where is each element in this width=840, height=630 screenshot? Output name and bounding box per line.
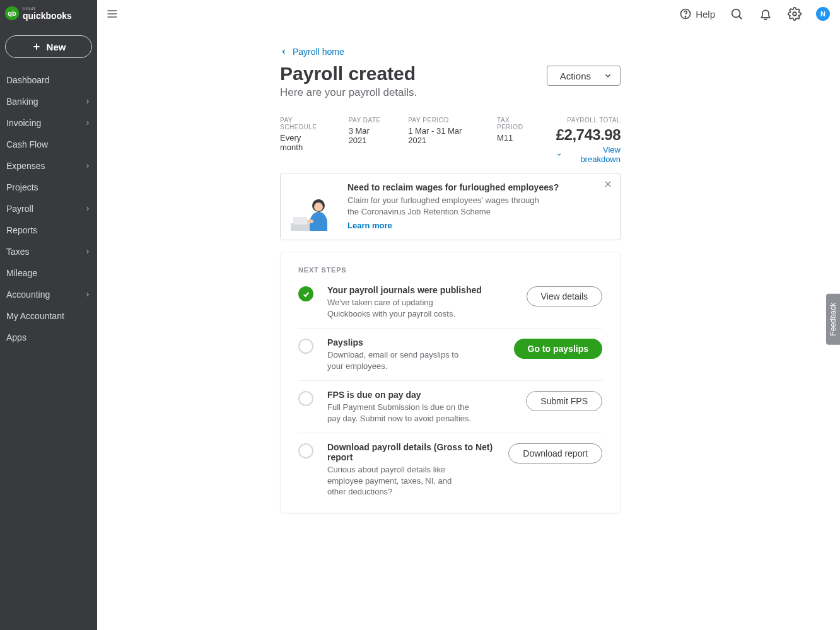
sidebar-item-cash-flow[interactable]: Cash Flow	[0, 134, 97, 155]
breadcrumb-label: Payroll home	[293, 47, 344, 57]
sidebar-item-accounting[interactable]: Accounting	[0, 284, 97, 305]
sidebar-item-dashboard[interactable]: Dashboard	[0, 69, 97, 91]
sidebar-item-label: Reports	[6, 225, 37, 235]
sidebar-item-label: Accounting	[6, 289, 50, 300]
topbar: Help N	[97, 0, 840, 28]
step-action-submit-fps[interactable]: Submit FPS	[526, 391, 602, 411]
person-laptop-illustration	[291, 195, 336, 231]
step-pending-icon	[298, 339, 313, 354]
pay-schedule-label: PAY SCHEDULE	[280, 117, 326, 131]
alert-learn-more-link[interactable]: Learn more	[347, 221, 392, 230]
sidebar-item-label: Mileage	[6, 268, 37, 278]
payroll-total-label: PAYROLL TOTAL	[567, 117, 621, 124]
feedback-tab[interactable]: Feedback	[826, 294, 840, 345]
svg-rect-11	[293, 217, 307, 225]
sidebar-item-label: My Accountant	[6, 311, 64, 321]
step-pending-icon	[298, 443, 313, 458]
next-steps-card: NEXT STEPS Your payroll journals were pu…	[280, 252, 621, 513]
step-row: Your payroll journals were publishedWe'v…	[298, 285, 602, 329]
sidebar-item-label: Invoicing	[6, 118, 41, 128]
sidebar-item-label: Apps	[6, 332, 26, 342]
help-icon	[679, 8, 692, 20]
new-button-label: New	[47, 42, 66, 52]
chevron-right-icon	[85, 163, 91, 169]
step-row: Download payroll details (Gross to Net) …	[298, 433, 602, 498]
sidebar-item-apps[interactable]: Apps	[0, 327, 97, 348]
quickbooks-mark-icon: qb	[5, 6, 19, 20]
sidebar-item-label: Expenses	[6, 161, 45, 171]
view-breakdown-link[interactable]: View breakdown	[556, 145, 621, 164]
step-action-download-report[interactable]: Download report	[508, 443, 602, 464]
step-action-go-to-payslips[interactable]: Go to payslips	[514, 339, 602, 359]
chevron-down-icon	[556, 151, 562, 158]
sidebar-item-label: Payroll	[6, 204, 33, 214]
alert-title: Need to reclaim wages for furloughed emp…	[347, 182, 559, 192]
check-icon	[302, 290, 310, 298]
settings-button[interactable]	[787, 6, 802, 21]
notifications-button[interactable]	[758, 6, 773, 21]
sidebar-nav: DashboardBankingInvoicingCash FlowExpens…	[0, 69, 97, 348]
step-title: FPS is due on pay day	[327, 390, 512, 400]
step-action-view-details[interactable]: View details	[527, 286, 602, 306]
step-pending-icon	[298, 391, 313, 406]
chevron-right-icon	[85, 98, 91, 105]
pay-period-label: PAY PERIOD	[408, 117, 474, 124]
step-row: PayslipsDownload, email or send payslips…	[298, 329, 602, 381]
step-body: Download payroll details (Gross to Net) …	[327, 442, 494, 498]
step-row: FPS is due on pay dayFull Payment Submis…	[298, 381, 602, 433]
hamburger-menu-button[interactable]	[103, 5, 121, 23]
new-button[interactable]: New	[5, 35, 92, 58]
hamburger-icon	[106, 8, 119, 20]
step-done-icon	[298, 286, 313, 301]
gear-icon	[788, 7, 802, 21]
help-label: Help	[696, 9, 715, 20]
sidebar-item-taxes[interactable]: Taxes	[0, 241, 97, 262]
svg-point-7	[732, 9, 740, 18]
sidebar-item-my-accountant[interactable]: My Accountant	[0, 305, 97, 327]
step-desc: Download, email or send payslips to your…	[327, 349, 472, 371]
sidebar-item-payroll[interactable]: Payroll	[0, 198, 97, 219]
step-body: PayslipsDownload, email or send payslips…	[327, 337, 500, 371]
breadcrumb-back[interactable]: Payroll home	[280, 47, 621, 57]
svg-line-8	[739, 16, 742, 20]
step-desc: Curious about payroll details like emplo…	[327, 464, 472, 498]
pay-date-value: 3 Mar 2021	[349, 126, 386, 145]
sidebar: qb intuit quickbooks New DashboardBankin…	[0, 0, 97, 630]
step-title: Download payroll details (Gross to Net) …	[327, 442, 494, 462]
page-subtitle: Here are your payroll details.	[280, 86, 417, 99]
actions-dropdown[interactable]: Actions	[547, 66, 621, 86]
sidebar-item-expenses[interactable]: Expenses	[0, 155, 97, 177]
plus-icon	[32, 42, 42, 52]
brand-logo[interactable]: qb intuit quickbooks	[0, 0, 97, 26]
brand-name-label: quickbooks	[23, 11, 72, 20]
sidebar-item-mileage[interactable]: Mileage	[0, 262, 97, 284]
bell-icon	[759, 8, 772, 20]
chevron-right-icon	[85, 248, 91, 255]
sidebar-item-label: Banking	[6, 96, 38, 107]
alert-close-button[interactable]	[604, 180, 612, 191]
sidebar-item-label: Cash Flow	[6, 139, 48, 149]
step-body: Your payroll journals were publishedWe'v…	[327, 285, 513, 319]
furlough-alert: Need to reclaim wages for furloughed emp…	[280, 173, 621, 240]
sidebar-item-banking[interactable]: Banking	[0, 91, 97, 112]
chevron-down-icon	[604, 71, 612, 80]
sidebar-item-reports[interactable]: Reports	[0, 219, 97, 241]
pay-date-label: PAY DATE	[349, 117, 386, 124]
svg-rect-14	[307, 219, 313, 223]
sidebar-item-label: Taxes	[6, 247, 30, 257]
step-desc: We've taken care of updating Quickbooks …	[327, 297, 472, 319]
sidebar-item-label: Dashboard	[6, 75, 50, 85]
next-steps-heading: NEXT STEPS	[298, 266, 602, 274]
sidebar-item-projects[interactable]: Projects	[0, 177, 97, 198]
avatar[interactable]: N	[816, 7, 830, 21]
chevron-right-icon	[85, 120, 91, 126]
chevron-right-icon	[85, 206, 91, 212]
chevron-left-icon	[280, 48, 288, 55]
sidebar-item-invoicing[interactable]: Invoicing	[0, 112, 97, 134]
pay-schedule-value: Every month	[280, 133, 326, 152]
main: Payroll home Payroll created Here are yo…	[97, 28, 840, 630]
actions-label: Actions	[560, 71, 591, 81]
search-button[interactable]	[729, 6, 744, 21]
help-button[interactable]: Help	[679, 8, 715, 20]
step-body: FPS is due on pay dayFull Payment Submis…	[327, 390, 512, 424]
